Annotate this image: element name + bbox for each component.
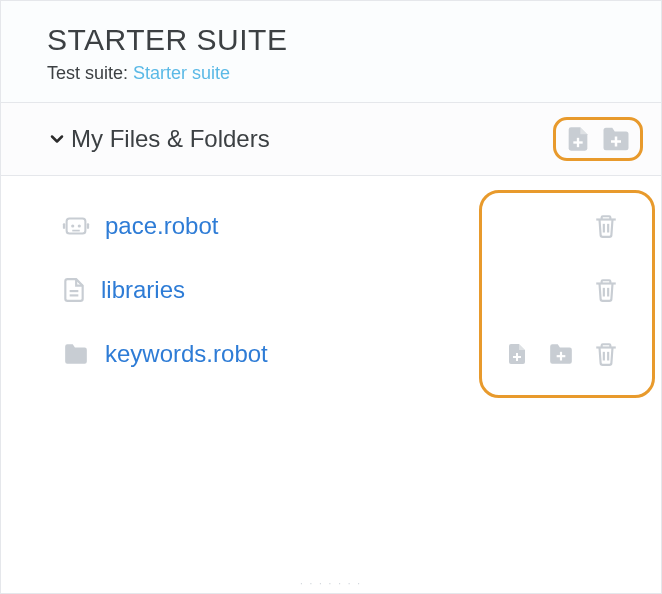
list-item: keywords.robot (61, 322, 643, 386)
delete-button[interactable] (593, 276, 619, 304)
trash-icon (593, 340, 619, 368)
resize-handle[interactable]: · · · · · · · (1, 576, 661, 593)
add-file-icon (564, 124, 592, 154)
file-name-link[interactable]: pace.robot (105, 212, 218, 240)
file-name-link[interactable]: keywords.robot (105, 340, 268, 368)
chevron-down-icon (47, 129, 67, 149)
delete-button[interactable] (593, 212, 619, 240)
trash-icon (593, 276, 619, 304)
add-file-button[interactable] (564, 124, 592, 154)
svg-rect-17 (513, 356, 521, 358)
add-folder-button[interactable] (600, 124, 632, 154)
add-file-icon (505, 340, 529, 368)
svg-rect-1 (573, 141, 582, 143)
row-actions (443, 212, 643, 240)
svg-rect-7 (72, 230, 80, 232)
breadcrumb: Test suite: Starter suite (47, 63, 633, 84)
add-folder-button[interactable] (547, 341, 575, 367)
trash-icon (593, 212, 619, 240)
section-title: My Files & Folders (71, 125, 553, 153)
add-folder-icon (600, 124, 632, 154)
row-actions (443, 340, 643, 368)
robot-icon (61, 212, 91, 240)
breadcrumb-label: Test suite: (47, 63, 133, 83)
svg-rect-9 (87, 223, 89, 229)
file-list: pace.robot libraries (1, 176, 661, 576)
add-file-button[interactable] (505, 340, 529, 368)
panel-header: STARTER SUITE Test suite: Starter suite (1, 1, 661, 103)
file-item[interactable]: pace.robot (61, 212, 443, 240)
svg-rect-19 (557, 355, 566, 357)
svg-point-5 (71, 224, 74, 227)
svg-rect-3 (611, 140, 621, 143)
section-actions (553, 117, 643, 161)
page-title: STARTER SUITE (47, 23, 633, 57)
list-item: pace.robot (61, 194, 643, 258)
svg-point-6 (78, 224, 81, 227)
collapse-toggle[interactable] (43, 129, 71, 149)
breadcrumb-link[interactable]: Starter suite (133, 63, 230, 83)
file-item[interactable]: keywords.robot (61, 340, 443, 368)
svg-rect-8 (63, 223, 65, 229)
file-icon (61, 276, 87, 304)
add-folder-icon (547, 341, 575, 367)
list-item: libraries (61, 258, 643, 322)
delete-button[interactable] (593, 340, 619, 368)
file-panel: STARTER SUITE Test suite: Starter suite … (0, 0, 662, 594)
file-name-link[interactable]: libraries (101, 276, 185, 304)
file-item[interactable]: libraries (61, 276, 443, 304)
section-header: My Files & Folders (1, 103, 661, 176)
row-actions (443, 276, 643, 304)
folder-icon (61, 341, 91, 367)
